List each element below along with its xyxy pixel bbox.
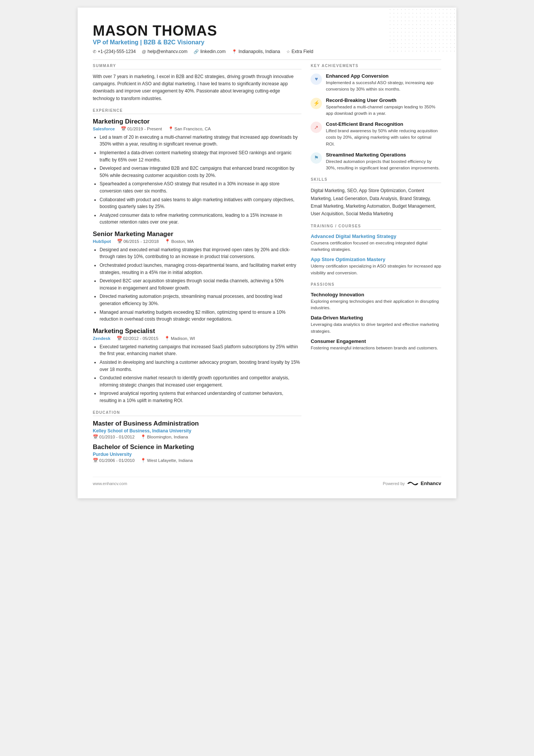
bullet-3-3: Conducted extensive market research to i… — [100, 374, 301, 388]
summary-text: With over 7 years in marketing, I excel … — [93, 73, 301, 102]
achievement-3: ↗ Cost-Efficient Brand Recognition Lifte… — [311, 121, 441, 147]
job-meta-2: HubSpot 📅06/2015 - 12/2018 📍Boston, MA — [93, 239, 301, 244]
edu-entry-1: Master of Business Administration Kelley… — [93, 420, 301, 440]
edu-dates-1: 📅01/2010 - 01/2012 — [93, 434, 134, 440]
education-label: EDUCATION — [93, 410, 301, 416]
header-divider — [93, 59, 441, 60]
job-dates-3: 📅02/2012 - 05/2015 — [117, 336, 158, 341]
bullet-2-3: Developed B2C user acquisition strategie… — [100, 277, 301, 291]
bullet-3-2: Assisted in developing and launching a c… — [100, 359, 301, 373]
job-bullets-2: Designed and executed email marketing st… — [93, 246, 301, 323]
contact-location: 📍 Indianapolis, Indiana — [232, 49, 280, 54]
achievement-desc-3: Lifted brand awareness by 50% while redu… — [326, 128, 441, 147]
phone-icon: ✆ — [93, 49, 96, 54]
job-entry-1: Marketing Director Salesforce 📅01/2019 -… — [93, 118, 301, 226]
achievement-content-3: Cost-Efficient Brand Recognition Lifted … — [326, 121, 441, 147]
job-title-2: Senior Marketing Manager — [93, 230, 301, 238]
resume-page: MASON THOMAS VP of Marketing | B2B & B2C… — [78, 8, 456, 498]
bullet-1-4: Spearheaded a comprehensive ASO strategy… — [100, 180, 301, 194]
training-desc-1: Coursera certification focused on execut… — [311, 240, 441, 253]
edu-degree-2: Bachelor of Science in Marketing — [93, 443, 301, 451]
edu-location-1: 📍Bloomington, Indiana — [141, 434, 188, 440]
company-2: HubSpot — [93, 239, 111, 244]
bullet-3-1: Executed targeted marketing campaigns th… — [100, 343, 301, 357]
edu-degree-1: Master of Business Administration — [93, 420, 301, 427]
training-item-1: Advanced Digital Marketing Strategy Cour… — [311, 233, 441, 253]
training-item-2: App Store Optimization Mastery Udemy cer… — [311, 257, 441, 276]
job-title-1: Marketing Director — [93, 118, 301, 125]
passion-title-1: Technology Innovation — [311, 292, 441, 297]
achievement-icon-1: ♥ — [311, 74, 322, 85]
passions-section: PASSIONS Technology Innovation Exploring… — [311, 282, 441, 351]
training-label: TRAINING / COURSES — [311, 224, 441, 230]
right-column: KEY ACHIEVEMENTS ♥ Enhanced App Conversi… — [311, 64, 441, 469]
footer: www.enhancv.com Powered by Enhancv — [93, 477, 441, 487]
education-section: EDUCATION Master of Business Administrat… — [93, 410, 301, 463]
achievement-content-4: Streamlined Marketing Operations Directe… — [326, 152, 441, 172]
achievement-icon-3: ↗ — [311, 122, 322, 133]
training-title-1: Advanced Digital Marketing Strategy — [311, 233, 441, 239]
skills-label: SKILLS — [311, 177, 441, 183]
edu-dates-2: 📅01/2006 - 01/2010 — [93, 458, 134, 463]
job-bullets-3: Executed targeted marketing campaigns th… — [93, 343, 301, 404]
passion-item-2: Data-Driven Marketing Leveraging data an… — [311, 315, 441, 335]
left-column: SUMMARY With over 7 years in marketing, … — [93, 64, 301, 469]
skills-text: Digital Marketing, SEO, App Store Optimi… — [311, 187, 441, 218]
achievement-title-4: Streamlined Marketing Operations — [326, 152, 441, 158]
bullet-2-1: Designed and executed email marketing st… — [100, 246, 301, 260]
link-icon: 🔗 — [194, 49, 199, 54]
passion-desc-2: Leveraging data analytics to drive targe… — [311, 321, 441, 335]
job-entry-2: Senior Marketing Manager HubSpot 📅06/201… — [93, 230, 301, 323]
job-location-3: 📍Madison, WI — [164, 336, 195, 341]
footer-website: www.enhancv.com — [93, 481, 127, 486]
job-title-3: Marketing Specialist — [93, 327, 301, 335]
passions-label: PASSIONS — [311, 282, 441, 288]
location-icon: 📍 — [232, 49, 237, 54]
summary-label: SUMMARY — [93, 64, 301, 69]
passion-title-3: Consumer Engagement — [311, 338, 441, 344]
footer-brand: Powered by Enhancv — [383, 480, 441, 487]
bullet-1-1: Led a team of 20 in executing a multi-ch… — [100, 134, 301, 148]
achievement-title-1: Enhanced App Conversion — [326, 73, 441, 79]
passion-desc-3: Fostering meaningful interactions betwee… — [311, 345, 441, 351]
summary-section: SUMMARY With over 7 years in marketing, … — [93, 64, 301, 102]
bullet-2-2: Orchestrated product launches, managing … — [100, 262, 301, 276]
bullet-1-3: Developed and oversaw integrated B2B and… — [100, 165, 301, 179]
star-icon: ☆ — [286, 49, 290, 54]
bullet-1-2: Implemented a data-driven content market… — [100, 149, 301, 163]
job-meta-1: Salesforce 📅01/2019 - Present 📍San Franc… — [93, 126, 301, 131]
achievement-title-2: Record-Breaking User Growth — [326, 97, 441, 103]
contact-extra: ☆ Extra Field — [286, 49, 313, 54]
edu-entry-2: Bachelor of Science in Marketing Purdue … — [93, 443, 301, 463]
achievement-icon-4: ⚑ — [311, 152, 322, 164]
training-title-2: App Store Optimization Mastery — [311, 257, 441, 262]
achievement-title-3: Cost-Efficient Brand Recognition — [326, 121, 441, 127]
achievement-content-2: Record-Breaking User Growth Spearheaded … — [326, 97, 441, 117]
enhancv-brand-name: Enhancv — [421, 481, 441, 486]
enhancv-logo-icon — [407, 480, 418, 487]
bullet-2-4: Directed marketing automation projects, … — [100, 293, 301, 307]
bullet-2-5: Managed annual marketing budgets exceedi… — [100, 309, 301, 323]
decorative-dots — [388, 8, 456, 53]
achievement-desc-2: Spearheaded a multi-channel campaign lea… — [326, 104, 441, 117]
edu-meta-1: 📅01/2010 - 01/2012 📍Bloomington, Indiana — [93, 434, 301, 440]
job-location-2: 📍Boston, MA — [165, 239, 194, 244]
edu-school-2: Purdue University — [93, 452, 301, 457]
job-dates-1: 📅01/2019 - Present — [121, 126, 162, 131]
bullet-1-6: Analyzed consumer data to refine marketi… — [100, 212, 301, 226]
edu-location-2: 📍West Lafayette, Indiana — [141, 458, 193, 463]
job-entry-3: Marketing Specialist Zendesk 📅02/2012 - … — [93, 327, 301, 404]
edu-meta-2: 📅01/2006 - 01/2010 📍West Lafayette, Indi… — [93, 458, 301, 463]
training-desc-2: Udemy certification specializing in ASO … — [311, 263, 441, 276]
skills-section: SKILLS Digital Marketing, SEO, App Store… — [311, 177, 441, 218]
contact-email: @ help@enhancv.com — [142, 49, 187, 54]
edu-school-1: Kelley School of Business, Indiana Unive… — [93, 428, 301, 434]
body-layout: SUMMARY With over 7 years in marketing, … — [93, 64, 441, 469]
passion-item-3: Consumer Engagement Fostering meaningful… — [311, 338, 441, 351]
job-location-1: 📍San Francisco, CA — [168, 126, 211, 131]
job-meta-3: Zendesk 📅02/2012 - 05/2015 📍Madison, WI — [93, 336, 301, 341]
bullet-3-4: Improved analytical reporting systems th… — [100, 390, 301, 404]
experience-label: EXPERIENCE — [93, 108, 301, 114]
achievement-desc-1: Implemented a successful ASO strategy, i… — [326, 80, 441, 93]
achievement-icon-2: ⚡ — [311, 98, 322, 109]
